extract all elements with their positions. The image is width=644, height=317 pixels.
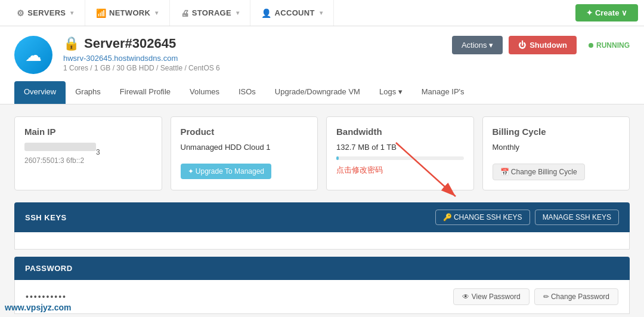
status-dot — [589, 43, 593, 48]
info-cards: Main IP 3 2607:5501:3 6fb::2 Product Unm… — [14, 116, 630, 190]
card-main-ip-title: Main IP — [24, 127, 152, 137]
tab-firewall[interactable]: Firewall Profile — [110, 81, 180, 104]
password-buttons: 👁 View Password ✏ Change Password — [453, 288, 618, 305]
card-bandwidth-title: Bandwidth — [336, 127, 464, 137]
change-billing-button[interactable]: 📅 Change Billing Cycle — [493, 164, 585, 180]
power-icon: ⏻ — [518, 41, 526, 50]
card-billing: Billing Cycle Monthly 📅 Change Billing C… — [482, 116, 630, 190]
view-password-button[interactable]: 👁 View Password — [453, 288, 529, 305]
tabs: Overview Graphs Firewall Profile Volumes… — [14, 81, 630, 104]
password-dots: •••••••••• — [26, 292, 67, 301]
bandwidth-annotation: 点击修改密码 — [336, 165, 464, 176]
network-icon: 📶 — [96, 8, 106, 18]
bandwidth-value: 132.7 MB of 1 TB — [336, 143, 464, 152]
tab-graphs[interactable]: Graphs — [66, 81, 110, 104]
ssh-buttons: 🔑 CHANGE SSH KEYS MANAGE SSH KEYS — [435, 210, 619, 225]
nav-account[interactable]: 👤 ACCOUNT ▾ — [250, 0, 334, 26]
ssh-section-content — [14, 232, 630, 250]
servers-icon: ⚙ — [17, 8, 24, 18]
password-section-title: PASSWORD — [25, 264, 73, 273]
ssh-section-bar: SSH KEYS 🔑 CHANGE SSH KEYS MANAGE SSH KE… — [14, 202, 630, 232]
ssh-section-title: SSH KEYS — [25, 213, 67, 222]
ip-suffix: 3 — [96, 148, 100, 156]
nav-storage[interactable]: 🖨 STORAGE ▾ — [170, 0, 251, 26]
server-info: 🔒 Server#302645 hwsrv-302645.hostwindsdn… — [63, 36, 452, 72]
tab-logs[interactable]: Logs ▾ — [370, 81, 412, 104]
tab-volumes[interactable]: Volumes — [180, 81, 229, 104]
watermark: www.vpsjyz.com — [5, 303, 72, 312]
server-specs: 1 Cores / 1 GB / 30 GB HDD / Seattle / C… — [63, 64, 452, 72]
tab-overview[interactable]: Overview — [14, 81, 66, 104]
ssh-section: SSH KEYS 🔑 CHANGE SSH KEYS MANAGE SSH KE… — [14, 202, 630, 250]
billing-cycle: Monthly — [493, 143, 620, 152]
password-section-bar: PASSWORD — [14, 257, 630, 280]
server-hostname: hwsrv-302645.hostwindsdns.com — [63, 54, 452, 63]
card-product-title: Product — [181, 127, 308, 137]
server-status: RUNNING — [589, 41, 630, 50]
nav-servers[interactable]: ⚙ SERVERS ▾ — [6, 0, 85, 26]
change-password-button[interactable]: ✏ Change Password — [534, 288, 618, 305]
password-row: •••••••••• 👁 View Password ✏ Change Pass… — [26, 288, 618, 305]
nav-network[interactable]: 📶 NETWORK ▾ — [85, 0, 170, 26]
server-actions: Actions ▾ ⏻ Shutdown RUNNING — [452, 36, 630, 54]
server-header: ☁ 🔒 Server#302645 hwsrv-302645.hostwinds… — [0, 26, 644, 104]
create-button[interactable]: ✦ Create ∨ — [575, 4, 638, 21]
server-lock-icon: 🔒 — [63, 36, 79, 51]
tab-upgrade[interactable]: Upgrade/Downgrade VM — [265, 81, 370, 104]
server-title-text: Server#302645 — [84, 36, 176, 51]
account-icon: 👤 — [261, 8, 271, 18]
ipv6-value: 2607:5501:3 6fb::2 — [24, 156, 152, 165]
tab-manage-ips[interactable]: Manage IP's — [412, 81, 474, 104]
card-billing-title: Billing Cycle — [493, 127, 620, 137]
card-product: Product Unmanaged HDD Cloud 1 ✦ Upgrade … — [171, 116, 318, 190]
card-main-ip: Main IP 3 2607:5501:3 6fb::2 — [14, 116, 162, 190]
server-logo: ☁ — [14, 36, 52, 74]
top-nav: ⚙ SERVERS ▾ 📶 NETWORK ▾ 🖨 STORAGE ▾ 👤 AC… — [0, 0, 644, 26]
card-bandwidth: Bandwidth 132.7 MB of 1 TB 点击修改密码 — [326, 116, 474, 190]
password-section-content: •••••••••• 👁 View Password ✏ Change Pass… — [14, 280, 630, 314]
tab-isos[interactable]: ISOs — [229, 81, 265, 104]
manage-ssh-keys-button[interactable]: MANAGE SSH KEYS — [535, 210, 619, 225]
actions-button[interactable]: Actions ▾ — [452, 36, 503, 54]
storage-icon: 🖨 — [181, 8, 189, 18]
upgrade-managed-button[interactable]: ✦ Upgrade To Managed — [181, 164, 272, 179]
change-ssh-keys-button[interactable]: 🔑 CHANGE SSH KEYS — [435, 210, 530, 225]
ip-blurred — [24, 143, 96, 151]
shutdown-button[interactable]: ⏻ Shutdown — [509, 36, 577, 54]
product-value: Unmanaged HDD Cloud 1 — [181, 143, 308, 152]
server-logo-icon: ☁ — [25, 45, 42, 65]
password-section: PASSWORD •••••••••• 👁 View Password ✏ Ch… — [14, 257, 630, 314]
main-content: Main IP 3 2607:5501:3 6fb::2 Product Unm… — [0, 104, 644, 317]
